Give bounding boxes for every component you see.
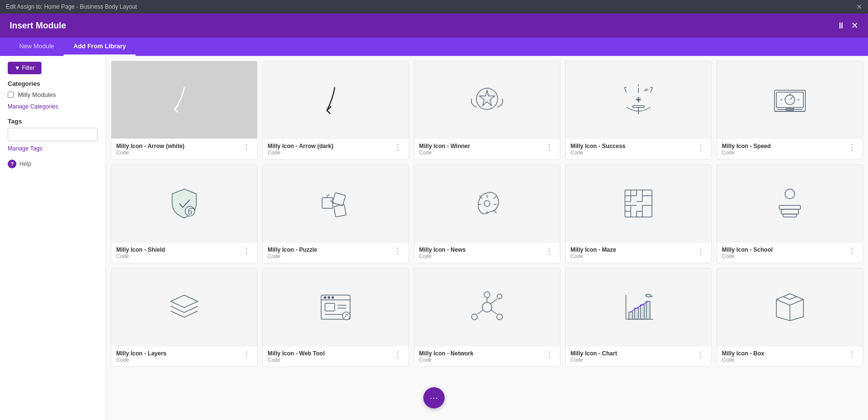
milly-modules-row: Milly Modules <box>8 91 98 98</box>
main-layout: ▼ Filter Categories Milly Modules Manage… <box>0 56 868 420</box>
card-footer-chart: Milly Icon - Chart Code ⋮ <box>566 346 711 366</box>
card-menu-button-shield[interactable]: ⋮ <box>241 246 252 256</box>
filter-button[interactable]: ▼ Filter <box>8 62 41 74</box>
svg-line-71 <box>490 299 497 304</box>
card-info-layers: Milly Icon - Layers Code <box>116 350 241 363</box>
tab-bar: New Module Add From Library <box>0 38 868 56</box>
categories-title: Categories <box>8 80 98 87</box>
card-menu-button-arrow-dark[interactable]: ⋮ <box>392 143 404 152</box>
modal-pause-button[interactable]: ⏸ <box>837 21 845 31</box>
milly-modules-checkbox[interactable] <box>8 92 14 98</box>
card-footer-arrow-white: Milly Icon - Arrow (white) Code ⋮ <box>111 138 257 159</box>
modal-header: Insert Module ⏸ ✕ <box>0 14 868 38</box>
help-icon: ? <box>8 160 16 168</box>
svg-rect-23 <box>334 204 346 217</box>
manage-categories-link[interactable]: Manage Categories <box>8 103 98 110</box>
card-menu-button-puzzle[interactable]: ⋮ <box>392 246 404 256</box>
card-preview-success: + <box>566 61 711 138</box>
card-info-chart: Milly Icon - Chart Code <box>570 350 695 363</box>
card-winner[interactable]: Milly Icon - Winner Code ⋮ <box>414 61 560 160</box>
card-type-web-tool: Code <box>268 357 392 363</box>
modal-header-actions: ⏸ ✕ <box>837 20 858 31</box>
bottom-dots-button[interactable]: ··· <box>423 387 445 408</box>
card-type-shield: Code <box>116 253 241 259</box>
card-footer-success: Milly Icon - Success Code ⋮ <box>566 138 711 159</box>
card-footer-school: Milly Icon - School Code ⋮ <box>717 242 863 263</box>
card-maze[interactable]: Milly Icon - Maze Code ⋮ <box>565 164 712 263</box>
svg-line-70 <box>491 310 497 314</box>
card-menu-button-success[interactable]: ⋮ <box>695 143 706 152</box>
svg-line-30 <box>494 196 497 199</box>
card-arrow-dark[interactable]: Milly Icon - Arrow (dark) Code ⋮ <box>262 61 409 160</box>
card-shield[interactable]: Milly Icon - Shield Code ⋮ <box>111 164 258 263</box>
bottom-bar: ··· <box>423 387 445 408</box>
card-preview-speed <box>717 61 863 138</box>
card-menu-button-network[interactable]: ⋮ <box>543 350 555 359</box>
card-menu-button-box[interactable]: ⋮ <box>846 350 858 359</box>
card-menu-button-maze[interactable]: ⋮ <box>695 246 706 256</box>
card-footer-maze: Milly Icon - Maze Code ⋮ <box>566 242 711 263</box>
card-menu-button-speed[interactable]: ⋮ <box>846 143 858 152</box>
card-footer-puzzle: Milly Icon - Puzzle Code ⋮ <box>263 242 408 263</box>
card-name-maze: Milly Icon - Maze <box>570 246 695 253</box>
card-type-arrow-white: Code <box>116 149 241 155</box>
tags-input[interactable] <box>8 128 98 141</box>
card-name-box: Milly Icon - Box <box>722 350 846 357</box>
card-web-tool[interactable]: Milly Icon - Web Tool Code ⋮ <box>262 268 409 367</box>
tab-add-from-library[interactable]: Add From Library <box>64 38 136 56</box>
card-success[interactable]: + Milly Icon - Success Code ⋮ <box>565 61 712 160</box>
modal-container: Insert Module ⏸ ✕ New Module Add From Li… <box>0 14 868 420</box>
svg-marker-1 <box>479 90 495 106</box>
card-puzzle[interactable]: Milly Icon - Puzzle Code ⋮ <box>262 164 409 263</box>
card-name-school: Milly Icon - School <box>722 246 846 253</box>
card-speed[interactable]: Milly Icon - Speed Code ⋮ <box>717 61 863 160</box>
card-menu-button-web-tool[interactable]: ⋮ <box>392 350 404 359</box>
card-type-arrow-dark: Code <box>268 149 392 155</box>
card-info-maze: Milly Icon - Maze Code <box>570 246 695 259</box>
svg-rect-74 <box>629 312 633 319</box>
card-menu-button-layers[interactable]: ⋮ <box>241 350 252 359</box>
manage-tags-link[interactable]: Manage Tags <box>8 145 98 152</box>
card-name-puzzle: Milly Icon - Puzzle <box>268 246 392 253</box>
card-footer-arrow-dark: Milly Icon - Arrow (dark) Code ⋮ <box>263 138 408 159</box>
card-type-box: Code <box>722 357 846 363</box>
svg-marker-51 <box>171 295 198 308</box>
card-menu-button-news[interactable]: ⋮ <box>543 246 555 256</box>
svg-point-66 <box>484 292 490 298</box>
card-menu-button-arrow-white[interactable]: ⋮ <box>241 143 252 152</box>
card-menu-button-chart[interactable]: ⋮ <box>695 350 706 359</box>
svg-rect-48 <box>779 205 800 209</box>
card-menu-button-school[interactable]: ⋮ <box>846 246 858 256</box>
tags-title: Tags <box>8 118 98 125</box>
help-row[interactable]: ? Help <box>8 160 98 168</box>
tab-new-module[interactable]: New Module <box>10 38 64 56</box>
window-close-icon[interactable]: ✕ <box>856 3 862 11</box>
card-info-success: Milly Icon - Success Code <box>570 143 695 155</box>
card-preview-shield <box>111 165 257 242</box>
card-info-network: Milly Icon - Network Code <box>419 350 543 363</box>
card-info-winner: Milly Icon - Winner Code <box>419 143 543 155</box>
modal-title: Insert Module <box>10 21 66 31</box>
card-info-news: Milly Icon - News Code <box>419 246 543 259</box>
card-preview-news <box>414 165 560 242</box>
svg-line-69 <box>477 310 483 314</box>
card-preview-arrow-dark <box>263 61 408 138</box>
card-network[interactable]: Milly Icon - Network Code ⋮ <box>414 268 560 367</box>
card-type-chart: Code <box>570 357 695 363</box>
card-arrow-white[interactable]: Milly Icon - Arrow (white) Code ⋮ <box>111 61 258 160</box>
card-box[interactable]: Milly Icon - Box Code ⋮ <box>717 268 863 367</box>
card-type-speed: Code <box>722 149 846 155</box>
milly-modules-label: Milly Modules <box>18 91 56 98</box>
card-layers[interactable]: Milly Icon - Layers Code ⋮ <box>111 268 258 367</box>
card-info-web-tool: Milly Icon - Web Tool Code <box>268 350 392 363</box>
card-school[interactable]: Milly Icon - School Code ⋮ <box>717 164 863 263</box>
card-name-layers: Milly Icon - Layers <box>116 350 241 357</box>
card-menu-button-winner[interactable]: ⋮ <box>543 143 555 152</box>
card-preview-puzzle <box>263 165 408 242</box>
card-preview-arrow-white <box>111 61 257 138</box>
card-chart[interactable]: Milly Icon - Chart Code ⋮ <box>565 268 712 367</box>
card-news[interactable]: Milly Icon - News Code ⋮ <box>414 164 560 263</box>
card-footer-news: Milly Icon - News Code ⋮ <box>414 242 560 263</box>
svg-rect-49 <box>781 209 799 214</box>
modal-close-button[interactable]: ✕ <box>851 20 858 31</box>
